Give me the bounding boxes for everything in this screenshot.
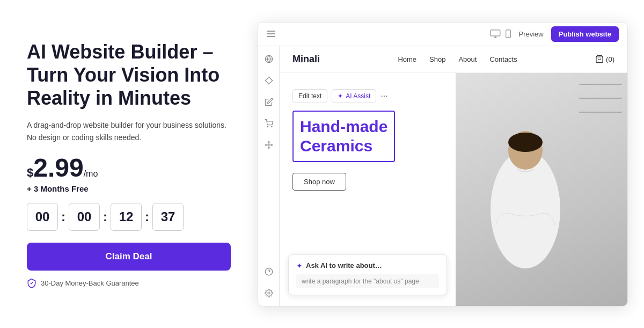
edit-toolbar: Edit text ✦ AI Assist ··· <box>292 89 443 103</box>
countdown-sep-1: : <box>61 209 65 224</box>
ai-tooltip-input[interactable]: write a paragraph for the "about us" pag… <box>296 274 439 288</box>
ai-tooltip-header: ✦ Ask AI to write about… <box>296 261 439 270</box>
device-toggle <box>490 30 511 38</box>
countdown-hours: 00 <box>27 203 58 231</box>
shelf-lines <box>579 84 622 126</box>
website-cart[interactable]: (0) <box>595 55 614 63</box>
more-options-button[interactable]: ··· <box>380 91 387 101</box>
svg-point-9 <box>271 126 272 127</box>
pricing: $ 2.99 /mo <box>27 155 231 181</box>
hero-headline-box[interactable]: Hand-madeCeramics <box>292 111 395 162</box>
shop-now-button[interactable]: Shop now <box>292 173 346 191</box>
builder-topbar: Preview Publish website <box>258 23 627 46</box>
publish-button[interactable]: Publish website <box>551 26 619 42</box>
countdown-seconds: 12 <box>111 203 142 231</box>
cart-count: (0) <box>606 55 614 63</box>
countdown-sep-2: : <box>103 209 107 224</box>
hero-left: Edit text ✦ AI Assist ··· Hand-madeCeram… <box>280 73 456 306</box>
subtext: A drag-and-drop website builder for your… <box>27 119 231 143</box>
countdown-sep-3: : <box>145 209 149 224</box>
person-illustration <box>472 102 579 306</box>
countdown-timer: 00 : 00 : 12 : 37 <box>27 203 231 231</box>
move-tool-icon[interactable] <box>262 139 275 151</box>
bonus-text: + 3 Months Free <box>27 184 231 193</box>
edit-tool-icon[interactable] <box>262 96 275 108</box>
guarantee-text: 30-Day Money-Back Guarantee <box>41 279 139 287</box>
right-panel: Preview Publish website <box>258 0 644 328</box>
claim-deal-button[interactable]: Claim Deal <box>27 243 231 271</box>
website-nav: Minali Home Shop About Contacts <box>280 46 627 73</box>
nav-link-contacts[interactable]: Contacts <box>489 55 517 63</box>
topbar-left <box>267 31 275 37</box>
dollar-sign: $ <box>27 166 33 180</box>
settings-tool-icon[interactable] <box>262 287 275 300</box>
edit-text-button[interactable]: Edit text <box>292 89 327 103</box>
price-value: 2.99 <box>33 155 83 181</box>
cart-tool-icon[interactable] <box>262 117 275 130</box>
website-logo: Minali <box>292 54 320 65</box>
nav-link-shop[interactable]: Shop <box>429 55 445 63</box>
svg-marker-7 <box>265 77 272 84</box>
desktop-icon[interactable] <box>490 30 501 38</box>
hero-right-image <box>456 73 627 306</box>
svg-point-14 <box>268 292 270 294</box>
menu-icon[interactable] <box>267 31 275 37</box>
svg-point-8 <box>267 126 268 127</box>
main-headline: AI Website Builder – Turn Your Vision In… <box>27 40 231 110</box>
ai-star-icon: ✦ <box>296 261 303 270</box>
shield-icon <box>27 278 36 288</box>
svg-rect-3 <box>506 30 510 38</box>
help-tool-icon[interactable] <box>262 265 275 278</box>
diamond-tool-icon[interactable] <box>262 74 275 87</box>
builder-sidebar <box>258 46 280 306</box>
sparkle-icon: ✦ <box>338 92 343 100</box>
left-panel: AI Website Builder – Turn Your Vision In… <box>0 19 258 309</box>
price-period: /mo <box>84 169 98 179</box>
website-hero: Edit text ✦ AI Assist ··· Hand-madeCeram… <box>280 73 627 306</box>
preview-link[interactable]: Preview <box>519 30 544 38</box>
countdown-ms: 37 <box>152 203 184 231</box>
nav-link-home[interactable]: Home <box>398 55 416 63</box>
ai-assist-button[interactable]: ✦ AI Assist <box>332 89 376 103</box>
globe-tool-icon[interactable] <box>262 53 275 65</box>
svg-point-12 <box>265 268 272 275</box>
nav-link-about[interactable]: About <box>458 55 477 63</box>
mobile-icon[interactable] <box>505 30 511 38</box>
ai-tooltip-title: Ask AI to write about… <box>306 261 382 269</box>
ai-tooltip: ✦ Ask AI to write about… write a paragra… <box>288 254 447 295</box>
svg-rect-0 <box>491 30 500 36</box>
builder-canvas: Minali Home Shop About Contacts <box>280 46 627 306</box>
countdown-minutes: 00 <box>69 203 100 231</box>
hero-headline: Hand-madeCeramics <box>300 117 387 156</box>
builder-content: Minali Home Shop About Contacts <box>258 46 627 306</box>
guarantee-row: 30-Day Money-Back Guarantee <box>27 278 231 288</box>
svg-point-18 <box>508 133 543 152</box>
topbar-right: Preview Publish website <box>490 26 619 42</box>
shelf-decoration <box>456 73 627 306</box>
builder-window: Preview Publish website <box>258 22 628 307</box>
website-nav-links: Home Shop About Contacts <box>398 55 517 63</box>
website-preview: Minali Home Shop About Contacts <box>280 46 627 306</box>
